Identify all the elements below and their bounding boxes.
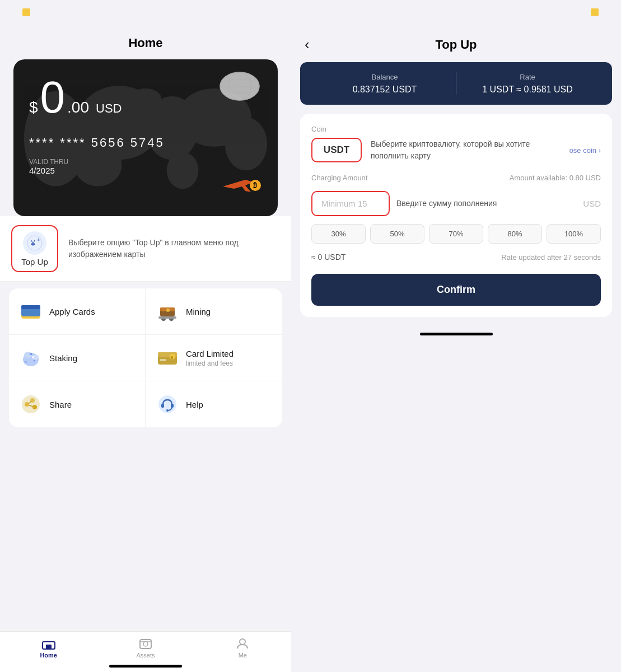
staking-icon xyxy=(19,346,43,370)
mining-icon xyxy=(156,300,179,323)
topup-page-title: Top Up xyxy=(435,38,477,52)
svg-rect-36 xyxy=(160,359,166,361)
share-item[interactable]: Share xyxy=(9,381,146,427)
svg-point-33 xyxy=(34,360,35,362)
left-panel: Home $ 0 .00 USD xyxy=(0,25,291,672)
amount-section: Charging Amount Amount available: 0.80 U… xyxy=(311,174,601,216)
svg-point-52 xyxy=(143,642,148,646)
status-dot-right xyxy=(591,8,599,16)
apply-cards-icon xyxy=(19,300,43,323)
nav-me-label: Me xyxy=(239,652,247,659)
balance-section: Balance 0.837152 USDT xyxy=(314,73,456,95)
nav-home-label: Home xyxy=(40,652,57,659)
usdt-approx: ≈ 0 USDT xyxy=(311,253,345,262)
percent-50-button[interactable]: 50% xyxy=(370,224,424,244)
rate-value: 1 USDT ≈ 0.9581 USD xyxy=(456,85,599,95)
cards-stack-icon xyxy=(20,303,41,320)
help-item[interactable]: Help xyxy=(146,381,282,427)
help-icon xyxy=(156,393,179,416)
assets-nav-icon xyxy=(138,637,153,650)
card-valid-label: VALID THRU xyxy=(29,158,262,166)
card-fees-icon: $ xyxy=(157,349,178,367)
share-nodes-icon xyxy=(20,394,41,415)
rate-info-row: ≈ 0 USDT Rate updated after 27 seconds xyxy=(311,251,601,263)
coin-row: USDT Выберите криптовалюту, которой вы х… xyxy=(311,138,601,162)
minecart-icon xyxy=(157,301,178,322)
share-label: Share xyxy=(49,400,72,409)
nav-assets[interactable]: Assets xyxy=(97,637,194,659)
svg-text:¥: ¥ xyxy=(30,239,35,248)
topup-row[interactable]: ¥ + Top Up Выберите опцию "Top Up" в гла… xyxy=(0,216,291,282)
globe-icon xyxy=(217,71,262,101)
svg-rect-25 xyxy=(158,316,176,319)
back-button[interactable]: ‹ xyxy=(305,36,310,53)
card-limited-subtext: limited and fees xyxy=(186,360,234,367)
amount-input-row: Minimum 15 Введите сумму пополнения USD xyxy=(311,191,601,216)
percent-30-button[interactable]: 30% xyxy=(311,224,366,244)
home-indicator-right xyxy=(420,333,493,335)
percent-100-button[interactable]: 100% xyxy=(547,224,601,244)
topup-icon: ¥ + xyxy=(23,231,46,255)
topup-icon-box[interactable]: ¥ + Top Up xyxy=(11,225,58,272)
balance-label: Balance xyxy=(314,73,456,81)
svg-rect-20 xyxy=(21,305,40,309)
svg-text:₿: ₿ xyxy=(253,181,257,189)
charging-label: Charging Amount xyxy=(311,174,367,182)
mining-label: Mining xyxy=(186,307,211,316)
help-label: Help xyxy=(186,400,203,409)
right-panel: ‹ Top Up Balance 0.837152 USDT Rate 1 US… xyxy=(291,25,621,672)
balance-rate-bar: Balance 0.837152 USDT Rate 1 USDT ≈ 0.95… xyxy=(300,62,612,105)
status-bar xyxy=(0,0,621,25)
headset-icon xyxy=(157,394,178,415)
topup-header: ‹ Top Up xyxy=(291,25,621,62)
card-limited-item[interactable]: $ Card Limited limited and fees xyxy=(146,335,282,381)
card-limited-label: Card Limited xyxy=(186,349,234,358)
apply-cards-label: Apply Cards xyxy=(49,307,95,316)
staking-item[interactable]: Staking xyxy=(9,335,146,381)
card-valid-date: 4/2025 xyxy=(29,166,262,175)
card-amount-cents: .00 xyxy=(67,99,89,116)
nav-home[interactable]: Home xyxy=(0,637,97,659)
svg-rect-51 xyxy=(140,640,151,648)
credit-card: $ 0 .00 USD **** **** 5656 5745 VALID TH… xyxy=(13,59,278,216)
topup-menu-label: Top Up xyxy=(21,257,48,267)
home-title: Home xyxy=(0,25,291,59)
percent-row: 30% 50% 70% 80% 100% xyxy=(311,224,601,244)
piggy-bank-icon xyxy=(20,347,41,368)
topup-form-card: Coin USDT Выберите криптовалюту, которой… xyxy=(300,114,612,317)
bottom-nav: Home Assets Me xyxy=(0,631,291,672)
coin-badge[interactable]: USDT xyxy=(311,138,362,162)
card-amount-zero: 0 xyxy=(40,75,66,120)
svg-text:$: $ xyxy=(171,356,173,360)
svg-point-42 xyxy=(32,405,37,409)
yen-plus-icon: ¥ + xyxy=(27,235,43,251)
staking-label: Staking xyxy=(49,353,77,363)
percent-80-button[interactable]: 80% xyxy=(488,224,542,244)
home-nav-icon xyxy=(41,637,56,650)
share-icon xyxy=(19,393,43,416)
rate-label: Rate xyxy=(456,73,599,81)
amount-placeholder: Minimum 15 xyxy=(321,199,367,208)
nav-me[interactable]: Me xyxy=(194,637,291,659)
svg-point-32 xyxy=(24,361,27,363)
svg-point-48 xyxy=(166,409,169,412)
apply-cards-item[interactable]: Apply Cards xyxy=(9,288,146,335)
svg-point-39 xyxy=(22,395,40,413)
card-limited-icon: $ xyxy=(156,346,179,370)
choose-coin-button[interactable]: ose coin › xyxy=(569,146,601,155)
mining-item[interactable]: Mining xyxy=(146,288,282,335)
confirm-button[interactable]: Confirm xyxy=(311,274,601,306)
coin-description: Выберите криптовалюту, которой вы хотите… xyxy=(371,138,561,162)
home-indicator-left xyxy=(109,665,182,668)
status-dot-left xyxy=(22,8,30,16)
amount-currency: USD xyxy=(583,199,601,208)
svg-rect-47 xyxy=(171,404,174,408)
coin-field-label: Coin xyxy=(311,125,601,133)
amount-available: Amount available: 0.80 USD xyxy=(510,174,601,186)
amount-input-box[interactable]: Minimum 15 xyxy=(311,191,390,216)
dollar-sign: $ xyxy=(29,99,38,116)
rate-update: Rate updated after 27 seconds xyxy=(501,253,601,262)
percent-70-button[interactable]: 70% xyxy=(429,224,483,244)
rate-section: Rate 1 USDT ≈ 0.9581 USD xyxy=(456,73,599,95)
svg-point-30 xyxy=(32,356,34,358)
